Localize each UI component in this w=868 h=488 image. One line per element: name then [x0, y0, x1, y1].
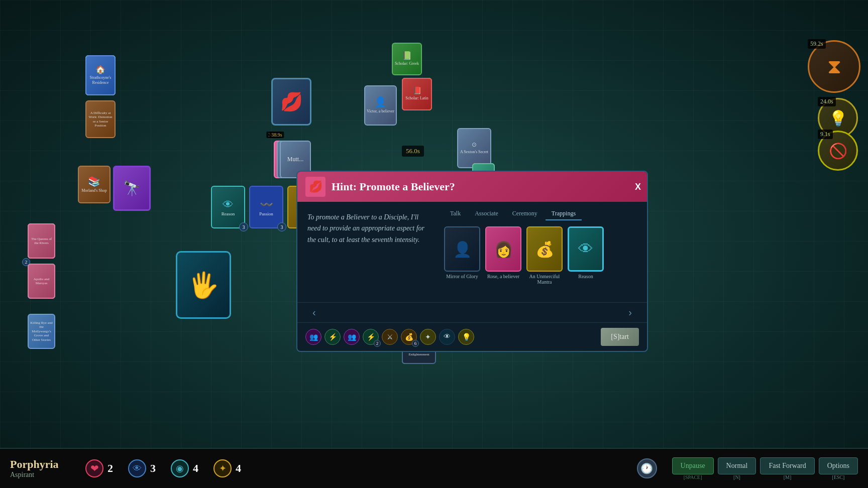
- bottom-buttons: Unpause [SPACE] Normal [N] Fast Forward …: [672, 457, 858, 480]
- reason-value: 4: [193, 462, 198, 475]
- modal-next-button[interactable]: ›: [623, 307, 637, 318]
- timer-large-label: 59.2s: [808, 39, 826, 49]
- card-scholar-latin[interactable]: 📕 Scholar: Latin: [402, 78, 432, 110]
- start-button[interactable]: [S]tart: [601, 328, 639, 346]
- tab-associate[interactable]: Associate: [469, 208, 504, 220]
- footer-icon-9: 💡: [458, 329, 474, 345]
- modal-slots: Talk Associate Ceremony Trappings 👤 Mirr…: [438, 202, 647, 302]
- modal-close-button[interactable]: X: [635, 182, 641, 192]
- card-apollo-marsyas[interactable]: Apollo and Marsyas: [28, 264, 55, 299]
- stat-passion: 👁 3: [128, 459, 156, 477]
- timer-medium-label: 24.0s: [818, 97, 836, 106]
- footer-icon-4-group: ⚡ 2: [363, 329, 379, 345]
- modal-description: To promote a Believer to a Disciple, I'l…: [297, 202, 438, 302]
- reason-icon: ◉: [171, 459, 189, 477]
- fast-forward-button[interactable]: Fast Forward [M]: [760, 457, 814, 480]
- health-icon: ❤: [85, 459, 103, 477]
- card-queens-rivers[interactable]: The Queens of the Rivers: [28, 223, 55, 259]
- footer-icon-2: ⚡: [324, 329, 341, 345]
- timer-small-label: 9.1s: [818, 130, 833, 139]
- hint-modal: 💋 Hint: Promote a Believer? X To promote…: [296, 171, 648, 352]
- timer-mid: 56.0s: [402, 146, 424, 157]
- footer-icon-6-group: 💰 6: [401, 329, 417, 345]
- stat-funds: ✦ 4: [213, 459, 241, 477]
- modal-prev-button[interactable]: ‹: [307, 307, 321, 318]
- tab-ceremony[interactable]: Ceremony: [506, 208, 544, 220]
- modal-card-mirror-glory[interactable]: 👤 Mirror of Glory: [444, 226, 480, 279]
- modal-body: To promote a Believer to a Disciple, I'l…: [297, 202, 647, 302]
- slot-passion-card[interactable]: 〰️ Passion 3: [249, 186, 283, 228]
- card-morland-shop[interactable]: 📚 Morland's Shop: [78, 166, 111, 203]
- passion-value: 3: [150, 462, 156, 475]
- timer-small[interactable]: 🚫 9.1s: [818, 131, 858, 171]
- footer-icon-8: 👁: [439, 329, 455, 345]
- top-left-cards-row: 💪 Skill: a Stronger Physique 🏠 Temporary…: [85, 55, 116, 95]
- modal-header-icon: 💋: [305, 177, 325, 197]
- funds-icon: ✦: [213, 459, 232, 477]
- footer-icon-7: ✦: [420, 329, 436, 345]
- passion-icon: 👁: [128, 459, 146, 477]
- footer-icon-5: ⚔: [382, 329, 398, 345]
- card-talk-slot[interactable]: 💋: [271, 78, 311, 126]
- modal-navigation: ‹ ›: [297, 302, 647, 322]
- card-strathcoyne[interactable]: 🏠 Strathcoyne's Residence: [85, 55, 116, 95]
- normal-button[interactable]: Normal [N]: [718, 457, 756, 480]
- modal-card-reason[interactable]: 👁 Reason: [568, 226, 604, 279]
- modal-cards-row: 👤 Mirror of Glory 👩 Rose, a believer 💰: [444, 226, 641, 285]
- card-difficulty[interactable]: A Difficulty at Work: Demotion or a Seni…: [85, 100, 116, 138]
- mystery-token[interactable]: 🕐: [637, 458, 657, 478]
- modal-header: 💋 Hint: Promote a Believer? X: [297, 172, 647, 202]
- card-hand-of-hope[interactable]: 🖐: [176, 251, 231, 319]
- timer-large[interactable]: ⧗ 59.2s: [808, 40, 860, 93]
- bottom-bar: Porphyria Aspirant ❤ 2 👁 3 ◉ 4 ✦ 4 🕐 Unp…: [0, 448, 868, 488]
- slot-reason-card[interactable]: 👁 Reason 3: [211, 186, 245, 228]
- funds-value: 4: [236, 462, 241, 475]
- stat-health: ❤ 2: [85, 459, 113, 477]
- unpause-button[interactable]: Unpause [SPACE]: [672, 457, 714, 480]
- footer-icon-3: 👥: [344, 329, 360, 345]
- player-info: Porphyria Aspirant: [10, 458, 70, 479]
- modal-card-mantra[interactable]: 💰 An Unmerciful Mantra: [526, 226, 563, 285]
- footer-icons-row: 👥 ⚡ 👥 ⚡ 2 ⚔ 💰 6 ✦ 👁 💡: [305, 329, 474, 345]
- player-title: Aspirant: [10, 471, 70, 479]
- modal-footer: 👥 ⚡ 👥 ⚡ 2 ⚔ 💰 6 ✦ 👁 💡 [S]tart: [297, 322, 647, 351]
- tab-trappings[interactable]: Trappings: [546, 208, 582, 220]
- health-value: 2: [107, 462, 113, 475]
- tab-talk[interactable]: Talk: [444, 208, 467, 220]
- stat-reason: ◉ 4: [171, 459, 198, 477]
- player-name: Porphyria: [10, 458, 70, 471]
- options-button[interactable]: Options [ESC]: [819, 457, 858, 480]
- footer-icon-1: 👥: [305, 329, 321, 345]
- modal-title: Hint: Promote a Believer?: [332, 180, 455, 193]
- slot-tabs: Talk Associate Ceremony Trappings: [444, 208, 641, 220]
- modal-card-rose[interactable]: 👩 Rose, a believer: [485, 226, 521, 279]
